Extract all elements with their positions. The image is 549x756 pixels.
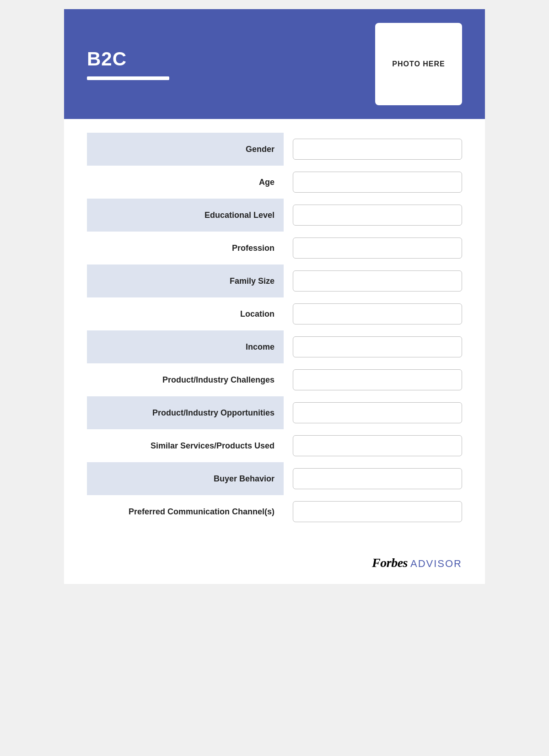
table-row: Similar Services/Products Used xyxy=(87,429,462,462)
photo-placeholder: PHOTO HERE xyxy=(375,23,462,105)
label-cell-age: Age xyxy=(87,166,284,199)
table-row: Family Size xyxy=(87,265,462,297)
label-cell-location: Location xyxy=(87,297,284,330)
label-preferred-communication-channels: Preferred Communication Channel(s) xyxy=(129,507,274,516)
label-family-size: Family Size xyxy=(230,276,274,286)
header-section: B2C PHOTO HERE xyxy=(64,9,485,119)
label-cell-similar-services-products-used: Similar Services/Products Used xyxy=(87,429,284,462)
label-cell-preferred-communication-channels: Preferred Communication Channel(s) xyxy=(87,495,284,528)
photo-placeholder-label: PHOTO HERE xyxy=(392,60,445,68)
input-cell-income xyxy=(284,330,462,363)
input-cell-location xyxy=(284,297,462,330)
input-location[interactable] xyxy=(293,303,462,324)
label-gender: Gender xyxy=(246,145,274,154)
label-income: Income xyxy=(246,342,274,351)
label-cell-family-size: Family Size xyxy=(87,265,284,297)
label-cell-buyer-behavior: Buyer Behavior xyxy=(87,462,284,495)
label-cell-profession: Profession xyxy=(87,232,284,265)
input-cell-buyer-behavior xyxy=(284,462,462,495)
input-cell-preferred-communication-channels xyxy=(284,495,462,528)
input-product-industry-opportunities[interactable] xyxy=(293,402,462,423)
input-similar-services-products-used[interactable] xyxy=(293,435,462,456)
input-cell-educational-level xyxy=(284,199,462,232)
content-section: GenderAgeEducational LevelProfessionFami… xyxy=(64,119,485,546)
label-location: Location xyxy=(240,309,274,319)
input-family-size[interactable] xyxy=(293,270,462,292)
label-buyer-behavior: Buyer Behavior xyxy=(214,474,274,483)
input-cell-family-size xyxy=(284,265,462,297)
table-row: Buyer Behavior xyxy=(87,462,462,495)
form-table: GenderAgeEducational LevelProfessionFami… xyxy=(87,133,462,528)
input-income[interactable] xyxy=(293,336,462,357)
page-title: B2C xyxy=(87,48,169,70)
table-row: Educational Level xyxy=(87,199,462,232)
table-row: Product/Industry Opportunities xyxy=(87,396,462,429)
page: B2C PHOTO HERE GenderAgeEducational Leve… xyxy=(64,9,485,584)
input-cell-gender xyxy=(284,133,462,166)
label-cell-income: Income xyxy=(87,330,284,363)
label-product-industry-challenges: Product/Industry Challenges xyxy=(162,375,274,384)
input-cell-profession xyxy=(284,232,462,265)
table-row: Income xyxy=(87,330,462,363)
forbes-text: Forbes xyxy=(372,556,408,570)
input-product-industry-challenges[interactable] xyxy=(293,369,462,390)
input-buyer-behavior[interactable] xyxy=(293,468,462,489)
label-cell-gender: Gender xyxy=(87,133,284,166)
table-row: Location xyxy=(87,297,462,330)
label-cell-educational-level: Educational Level xyxy=(87,199,284,232)
input-cell-similar-services-products-used xyxy=(284,429,462,462)
table-row: Age xyxy=(87,166,462,199)
input-preferred-communication-channels[interactable] xyxy=(293,501,462,522)
label-educational-level: Educational Level xyxy=(205,211,274,220)
label-cell-product-industry-challenges: Product/Industry Challenges xyxy=(87,363,284,396)
input-educational-level[interactable] xyxy=(293,205,462,226)
advisor-text: ADVISOR xyxy=(410,558,462,569)
input-cell-product-industry-opportunities xyxy=(284,396,462,429)
label-product-industry-opportunities: Product/Industry Opportunities xyxy=(152,408,274,417)
label-similar-services-products-used: Similar Services/Products Used xyxy=(151,441,274,450)
input-cell-product-industry-challenges xyxy=(284,363,462,396)
header-left: B2C xyxy=(87,48,169,80)
header-underline-decoration xyxy=(87,76,169,80)
input-gender[interactable] xyxy=(293,139,462,160)
forbes-logo: ForbesADVISOR xyxy=(372,556,462,570)
footer-section: ForbesADVISOR xyxy=(64,546,485,584)
label-cell-product-industry-opportunities: Product/Industry Opportunities xyxy=(87,396,284,429)
table-row: Preferred Communication Channel(s) xyxy=(87,495,462,528)
table-row: Gender xyxy=(87,133,462,166)
label-profession: Profession xyxy=(232,243,274,253)
input-cell-age xyxy=(284,166,462,199)
label-age: Age xyxy=(259,178,274,187)
table-row: Profession xyxy=(87,232,462,265)
table-row: Product/Industry Challenges xyxy=(87,363,462,396)
input-profession[interactable] xyxy=(293,238,462,259)
input-age[interactable] xyxy=(293,172,462,193)
